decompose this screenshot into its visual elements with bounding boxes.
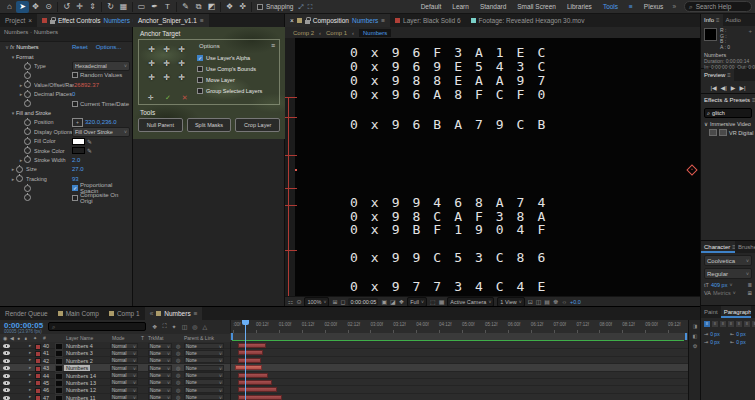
trkmat-select[interactable]: None˅ [148,365,172,371]
draft-3d-icon[interactable]: ⛶ [162,323,166,330]
breadcrumb-current[interactable]: Numbers [359,29,391,37]
layer-duration-bar[interactable] [238,380,272,385]
layer-name[interactable]: Numbers 4 [66,343,93,349]
workspace-learn[interactable]: Learn [452,3,469,10]
parent-link-select[interactable]: None˅ [184,394,224,400]
align-button[interactable]: ≡ [728,321,734,327]
blend-mode-select[interactable]: Normal˅ [110,343,138,349]
indent-field[interactable]: ⇥0 px [704,331,726,337]
effects-item-row[interactable]: VR Digital [701,128,755,137]
property-dropdown[interactable]: Hexadecimal˅ [72,61,130,71]
breadcrumb-comp[interactable]: Comp 2 [293,30,314,36]
help-search-input[interactable]: ⌕ Search Help [684,1,752,12]
trkmat-select[interactable]: None˅ [148,394,172,400]
layer-color-swatch[interactable] [35,395,41,400]
property-checkbox[interactable] [72,101,78,107]
timeline-tab-numbers[interactable]: «Numbers≡ [145,307,203,320]
timeline-search-input[interactable]: ⌕ [48,322,146,331]
blend-mode-select[interactable]: Normal˅ [110,350,138,356]
option-checkbox[interactable] [197,88,203,94]
time-ruler[interactable]: :00f00:12f01:00f01:12f02:00f02:12f03:00f… [230,320,689,333]
shy-layers-icon[interactable]: ✦ [172,323,177,330]
dolly-camera-icon[interactable]: ⇕ [86,1,99,13]
snapshot-icon[interactable]: ▣ [381,298,387,305]
timeline-layer-row[interactable]: ▸43NumbersNormal˅None˅◎None˅ [0,364,230,371]
pickwhip-icon[interactable]: ◎ [176,372,180,378]
play-icon[interactable]: ▶ [731,84,736,91]
magnification-select[interactable]: 100%˅ [304,297,329,307]
channels-icon[interactable]: ❖ [399,298,404,305]
close-icon[interactable]: × [290,17,294,24]
always-preview-icon[interactable]: ⚏ [288,298,293,305]
pickwhip-icon[interactable]: ◎ [176,387,180,393]
font-size-value[interactable]: 409 px [711,282,728,288]
color-swatch[interactable] [72,147,85,154]
workspace-small-screen[interactable]: Small Screen [517,3,556,10]
fast-previews-icon[interactable]: ◫ [536,298,542,305]
property-control[interactable]: Fill Over Stroke˅ [72,127,130,137]
layer-duration-bar[interactable] [238,387,277,392]
effect-property-row[interactable]: Stroke Color✎ [0,146,132,155]
effect-property-row[interactable]: ▾Format [0,52,132,61]
timeline-layer-row[interactable]: ▸46Numbers 12Normal˅None˅◎None˅ [0,386,230,393]
twirl-icon[interactable]: ▸ [29,394,31,399]
anchor-pos-icon[interactable]: ✛ [174,57,189,71]
pickwhip-icon[interactable]: ◎ [176,350,180,356]
layer-track-row[interactable] [231,349,689,356]
property-value[interactable]: 27.0 [72,166,84,172]
tab-effects-presets[interactable]: Effects & Presets ≡ [701,94,755,106]
indent-field[interactable]: ⇥0 px [704,339,726,345]
blend-mode-select[interactable]: Normal˅ [110,357,138,363]
twirl-icon[interactable]: ▸ [29,365,31,370]
marker-bell-icon[interactable]: ❂ [693,343,697,349]
stopwatch-icon[interactable] [24,194,31,201]
anchor-pos-icon[interactable]: ✛ [159,71,174,85]
property-control[interactable]: 93 [72,176,79,182]
effect-property-row[interactable]: TypeHexadecimal˅ [0,61,132,70]
anchor-pos-icon[interactable]: ✛ [159,57,174,71]
effect-property-row[interactable]: Display OptionsFill Over Stroke˅ [0,127,132,136]
eyedropper-icon[interactable]: ✎ [87,147,92,154]
tab-effect-controls[interactable]: Effect Controls Numbers ≡ [37,14,142,27]
hand-tool-icon[interactable]: ✥ [29,1,42,13]
blend-mode-select[interactable]: Normal˅ [110,365,138,371]
workspace-plexus[interactable]: Plexus [644,3,664,10]
tab-layer[interactable]: Layer: Black Solid 6 [390,14,465,27]
type-tool-icon[interactable]: T [161,1,174,13]
effect-header-row[interactable]: v fx Numbers Reset Options... [0,42,132,52]
blend-mode-select[interactable]: Normal˅ [110,387,138,393]
layer-track-row[interactable] [231,379,689,386]
trkmat-select[interactable]: None˅ [148,350,172,356]
anchor-pos-icon[interactable]: ✛ [144,71,159,85]
work-area-end-handle[interactable] [685,333,687,340]
visibility-eye-icon[interactable] [3,396,10,400]
hamburger-menu-icon[interactable]: ≡ [271,42,275,49]
options-button[interactable]: Options... [96,44,122,50]
pixel-aspect-icon[interactable]: ⊡ [528,298,533,305]
parent-link-select[interactable]: None˅ [184,343,224,349]
property-checkbox[interactable] [72,195,78,201]
property-control[interactable]: ✎ [72,147,92,154]
home-icon[interactable]: ⌂ [3,1,16,13]
close-icon[interactable]: × [28,17,32,24]
exposure-gear-icon[interactable]: ☼ [561,299,567,305]
region-of-interest-icon[interactable]: ⬚ [430,298,436,305]
property-control[interactable]: Random Values [72,72,122,78]
confirm-check-icon[interactable]: ✓ [165,94,171,102]
motion-blur-icon[interactable]: ◎ [192,323,197,330]
layer-name[interactable]: Numbers 12 [66,387,96,393]
orbit-camera-icon[interactable]: ↺ [60,1,73,13]
tracking-icon[interactable]: ⊞ [747,290,752,296]
parent-link-select[interactable]: None˅ [184,387,224,393]
tab-anchor-sniper[interactable]: Anchor_Sniper_v1.1 ≡ [133,14,209,27]
prev-comp-icon[interactable]: « [150,310,154,317]
tab-paragraph[interactable]: Paragraph [721,306,751,318]
workspace-default[interactable]: Default [421,3,442,10]
frame-blending-icon[interactable]: ◫ [182,323,188,330]
timeline-tab-comp-1[interactable]: Comp 1 [104,307,145,320]
pan-camera-icon[interactable]: ✛ [73,1,86,13]
pickwhip-icon[interactable]: ◎ [176,357,180,363]
twirl-icon[interactable]: ▸ [29,350,31,355]
stopwatch-icon[interactable] [24,185,31,192]
exposure-value[interactable]: +0.0 [570,299,581,305]
